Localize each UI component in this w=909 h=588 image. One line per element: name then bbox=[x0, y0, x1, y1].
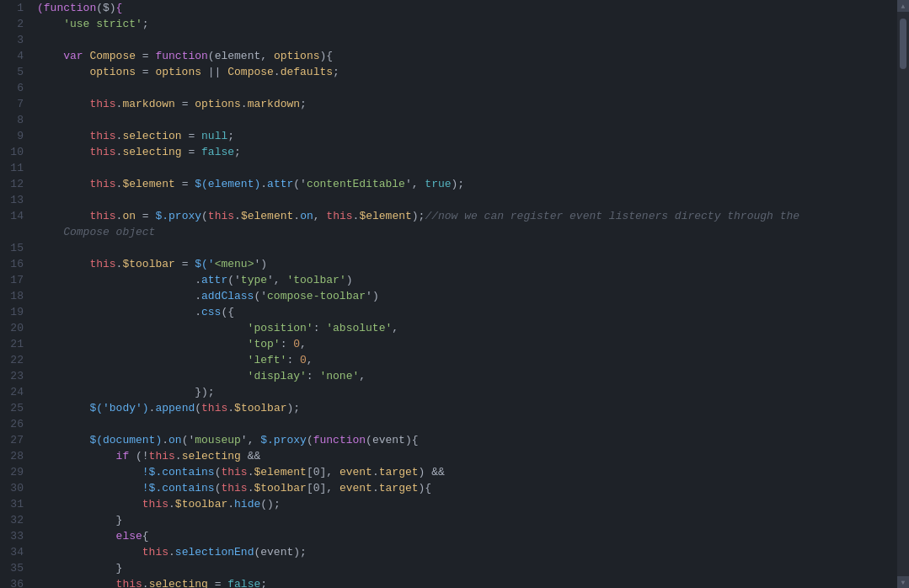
token: target bbox=[379, 482, 419, 494]
line-content: this.selecting = false; bbox=[34, 576, 897, 588]
table-row: 28 if (!this.selecting && bbox=[0, 448, 897, 464]
table-row: Compose object bbox=[0, 224, 897, 240]
token: !$.contains bbox=[142, 482, 215, 494]
token: [0], bbox=[307, 482, 340, 494]
token: selectionEnd bbox=[175, 546, 254, 559]
line-content bbox=[34, 192, 897, 208]
token bbox=[37, 482, 142, 494]
token: ($) bbox=[96, 2, 115, 14]
token: this bbox=[326, 210, 352, 222]
table-row: 18 .addClass('compose-toolbar') bbox=[0, 288, 897, 304]
token: , bbox=[307, 354, 313, 366]
token: this bbox=[89, 98, 115, 110]
token: this bbox=[221, 482, 247, 494]
token bbox=[37, 258, 89, 270]
token: : bbox=[313, 322, 327, 334]
token: <menu> bbox=[215, 258, 254, 270]
line-number: 7 bbox=[0, 96, 34, 112]
token: . bbox=[234, 210, 241, 222]
token bbox=[37, 338, 248, 350]
token bbox=[37, 450, 116, 462]
scroll-up-button[interactable]: ▲ bbox=[897, 0, 909, 12]
token bbox=[37, 210, 89, 222]
token: on bbox=[168, 434, 182, 446]
table-row: 34 this.selectionEnd(event); bbox=[0, 544, 897, 560]
token: options bbox=[89, 66, 136, 78]
token: Compose object bbox=[37, 226, 155, 238]
token: null bbox=[201, 130, 227, 142]
line-number bbox=[0, 224, 34, 240]
token bbox=[37, 530, 116, 543]
token: addClass bbox=[201, 290, 254, 302]
line-content: this.selection = null; bbox=[34, 128, 897, 144]
scroll-down-button[interactable]: ▼ bbox=[897, 576, 909, 588]
line-content: $(document).on('mouseup', $.proxy(functi… bbox=[34, 432, 897, 448]
token bbox=[37, 466, 142, 478]
token: 'display' bbox=[248, 370, 307, 382]
token: $element bbox=[241, 210, 293, 222]
token: (event){ bbox=[366, 434, 418, 446]
line-content: this.selectionEnd(event); bbox=[34, 544, 897, 560]
table-row: 29 !$.contains(this.$element[0], event.t… bbox=[0, 464, 897, 480]
token: (event); bbox=[254, 546, 306, 559]
line-number: 28 bbox=[0, 448, 34, 464]
token: = bbox=[175, 178, 195, 190]
token: = bbox=[136, 66, 155, 78]
token: 'use strict' bbox=[63, 18, 142, 30]
token: attr bbox=[267, 178, 293, 190]
line-number: 22 bbox=[0, 352, 34, 368]
token: this bbox=[89, 210, 115, 222]
token: $element bbox=[254, 466, 306, 478]
table-row: 35 } bbox=[0, 560, 897, 576]
code-table: 1(function($){2 'use strict';3 4 var Com… bbox=[0, 0, 897, 588]
table-row: 31 this.$toolbar.hide(); bbox=[0, 496, 897, 512]
token: : bbox=[286, 354, 300, 366]
token: , bbox=[313, 210, 327, 222]
token: markdown bbox=[122, 98, 174, 110]
scrollbar[interactable]: ▲ ▼ bbox=[897, 0, 909, 588]
table-row: 30 !$.contains(this.$toolbar[0], event.t… bbox=[0, 480, 897, 496]
token: . bbox=[293, 210, 300, 222]
token bbox=[37, 386, 195, 398]
scroll-thumb[interactable] bbox=[900, 19, 906, 69]
token: markdown bbox=[248, 98, 300, 110]
token: . bbox=[162, 434, 168, 446]
line-content: .attr('type', 'toolbar') bbox=[34, 272, 897, 288]
scroll-track[interactable] bbox=[897, 12, 909, 576]
token: on bbox=[300, 210, 313, 222]
token: append bbox=[155, 402, 195, 414]
table-row: 4 var Compose = function(element, option… bbox=[0, 48, 897, 64]
line-number: 30 bbox=[0, 480, 34, 496]
token: selecting bbox=[149, 578, 208, 588]
table-row: 14 this.on = $.proxy(this.$element.on, t… bbox=[0, 208, 897, 224]
token: . bbox=[195, 274, 201, 286]
token: attr bbox=[201, 274, 227, 286]
token: function bbox=[313, 434, 366, 446]
token: this bbox=[201, 402, 227, 414]
token: } bbox=[116, 562, 123, 575]
line-number: 21 bbox=[0, 336, 34, 352]
token: = bbox=[182, 146, 201, 158]
line-number: 16 bbox=[0, 256, 34, 272]
line-number: 32 bbox=[0, 512, 34, 528]
token: 0 bbox=[293, 338, 300, 350]
token: ){ bbox=[319, 50, 333, 62]
token: = bbox=[142, 50, 156, 62]
line-content: !$.contains(this.$toolbar[0], event.targ… bbox=[34, 480, 897, 496]
line-number: 3 bbox=[0, 32, 34, 48]
line-content: this.selecting = false; bbox=[34, 144, 897, 160]
token bbox=[37, 402, 89, 414]
token: css bbox=[201, 306, 221, 318]
token: ( bbox=[201, 210, 208, 222]
line-content: }); bbox=[34, 384, 897, 400]
token: ( bbox=[307, 434, 313, 446]
token: defaults bbox=[281, 66, 333, 78]
line-number: 12 bbox=[0, 176, 34, 192]
token: (' bbox=[182, 434, 195, 446]
token: 'toolbar' bbox=[286, 274, 345, 286]
token: $(document) bbox=[89, 434, 162, 446]
code-area: 1(function($){2 'use strict';3 4 var Com… bbox=[0, 0, 897, 588]
line-content: .css({ bbox=[34, 304, 897, 320]
line-number: 19 bbox=[0, 304, 34, 320]
token: this bbox=[89, 130, 115, 142]
